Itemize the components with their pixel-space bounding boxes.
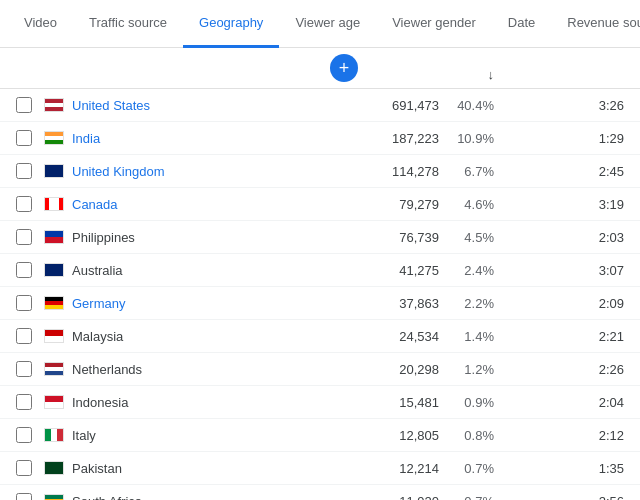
tab-geography[interactable]: Geography [183,0,279,48]
row-checkbox[interactable] [16,97,32,113]
views-value: 114,278 [364,164,439,179]
table-row: Canada 79,279 4.6% 3:19 [0,188,640,221]
row-checkbox[interactable] [16,361,32,377]
tab-revenue-source[interactable]: Revenue source [551,0,640,48]
duration-value: 2:45 [494,164,624,179]
views-percent: 1.2% [439,362,494,377]
country-name: Pakistan [72,461,364,476]
country-flag [44,98,64,112]
country-flag [44,362,64,376]
views-value: 15,481 [364,395,439,410]
views-percent: 4.5% [439,230,494,245]
country-name: Australia [72,263,364,278]
views-percent: 10.9% [439,131,494,146]
row-checkbox-cell [16,460,44,476]
country-flag [44,428,64,442]
duration-value: 2:12 [494,428,624,443]
row-checkbox[interactable] [16,130,32,146]
views-value: 12,805 [364,428,439,443]
row-checkbox-cell [16,130,44,146]
country-flag [44,461,64,475]
duration-value: 1:35 [494,461,624,476]
row-checkbox-cell [16,163,44,179]
views-value: 11,920 [364,494,439,501]
country-name: South Africa [72,494,364,501]
add-column-button[interactable]: + [330,54,358,82]
row-checkbox[interactable] [16,328,32,344]
duration-value: 3:07 [494,263,624,278]
table-column-headers: + ↓ [0,48,640,89]
row-checkbox[interactable] [16,295,32,311]
row-checkbox[interactable] [16,427,32,443]
views-value: 76,739 [364,230,439,245]
country-flag [44,164,64,178]
views-percent: 40.4% [439,98,494,113]
views-percent: 0.7% [439,461,494,476]
duration-value: 3:19 [494,197,624,212]
row-checkbox[interactable] [16,394,32,410]
table-row: United States 691,473 40.4% 3:26 [0,89,640,122]
duration-value: 3:26 [494,98,624,113]
country-name[interactable]: Germany [72,296,364,311]
table-row: India 187,223 10.9% 1:29 [0,122,640,155]
row-checkbox-cell [16,97,44,113]
row-checkbox-cell [16,328,44,344]
row-checkbox[interactable] [16,262,32,278]
views-percent: 2.2% [439,296,494,311]
row-checkbox[interactable] [16,493,32,500]
table-row: South Africa 11,920 0.7% 2:56 [0,485,640,500]
views-value: 187,223 [364,131,439,146]
row-checkbox-cell [16,361,44,377]
duration-value: 2:26 [494,362,624,377]
duration-value: 2:09 [494,296,624,311]
views-column-header[interactable]: ↓ [364,54,494,82]
views-percent: 6.7% [439,164,494,179]
duration-value: 2:56 [494,494,624,501]
row-checkbox[interactable] [16,460,32,476]
row-checkbox[interactable] [16,229,32,245]
row-checkbox-cell [16,196,44,212]
views-percent: 1.4% [439,329,494,344]
table-row: Netherlands 20,298 1.2% 2:26 [0,353,640,386]
row-checkbox[interactable] [16,163,32,179]
tab-viewer-gender[interactable]: Viewer gender [376,0,492,48]
tab-traffic-source[interactable]: Traffic source [73,0,183,48]
tab-video[interactable]: Video [8,0,73,48]
tab-date[interactable]: Date [492,0,551,48]
country-flag [44,329,64,343]
country-flag [44,263,64,277]
country-flag [44,395,64,409]
row-checkbox[interactable] [16,196,32,212]
tab-bar: VideoTraffic sourceGeographyViewer ageVi… [0,0,640,48]
table-row: Malaysia 24,534 1.4% 2:21 [0,320,640,353]
country-name: Philippines [72,230,364,245]
country-name[interactable]: United Kingdom [72,164,364,179]
table-row: Australia 41,275 2.4% 3:07 [0,254,640,287]
country-flag [44,296,64,310]
row-checkbox-cell [16,262,44,278]
duration-value: 2:04 [494,395,624,410]
row-checkbox-cell [16,295,44,311]
views-percent: 0.8% [439,428,494,443]
duration-column-header [494,54,624,82]
country-name[interactable]: United States [72,98,364,113]
country-name[interactable]: India [72,131,364,146]
tab-viewer-age[interactable]: Viewer age [279,0,376,48]
views-value: 24,534 [364,329,439,344]
views-value: 37,863 [364,296,439,311]
views-percent: 0.9% [439,395,494,410]
table-row: Italy 12,805 0.8% 2:12 [0,419,640,452]
table-body: United States 691,473 40.4% 3:26 India 1… [0,89,640,500]
country-flag [44,230,64,244]
duration-value: 2:03 [494,230,624,245]
views-percent: 0.7% [439,494,494,501]
country-name: Indonesia [72,395,364,410]
country-name: Malaysia [72,329,364,344]
country-flag [44,131,64,145]
country-name[interactable]: Canada [72,197,364,212]
views-percent: 2.4% [439,263,494,278]
row-checkbox-cell [16,229,44,245]
duration-value: 1:29 [494,131,624,146]
views-value: 20,298 [364,362,439,377]
views-value: 79,279 [364,197,439,212]
